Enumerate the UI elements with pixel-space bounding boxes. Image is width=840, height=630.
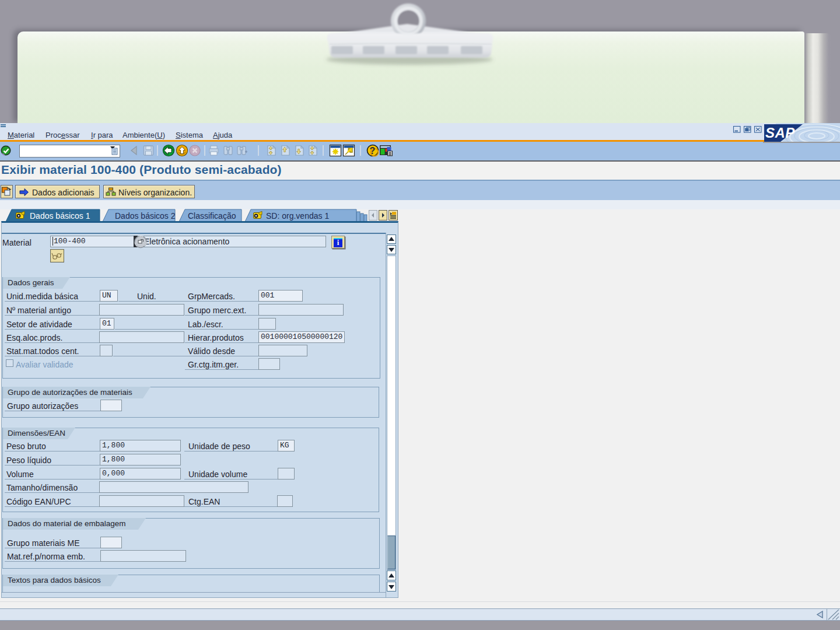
svg-text:?: ? xyxy=(370,146,376,156)
svg-text:SAP: SAP xyxy=(765,125,795,141)
